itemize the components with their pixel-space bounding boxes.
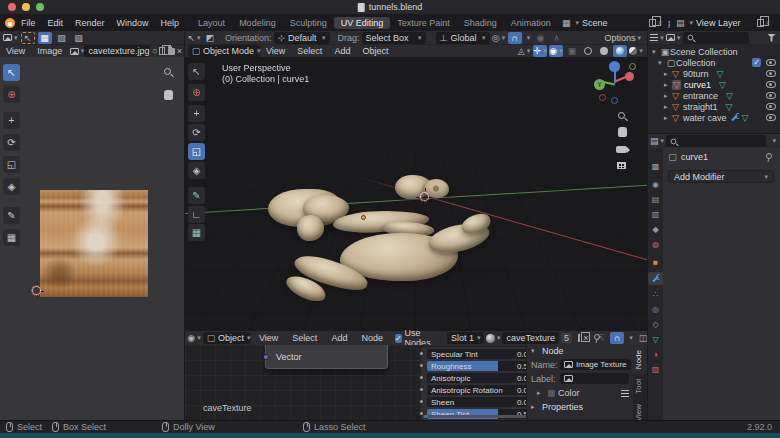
shader-canvas[interactable]: Vector Specular Tint0.0 Roughness0.5 Ani…: [185, 345, 647, 420]
node-panel-header[interactable]: ▾Node: [527, 345, 633, 357]
vp-tool-annotate[interactable]: ✎: [188, 187, 205, 204]
object-visibility-icon[interactable]: [766, 114, 776, 121]
uv-tool-select[interactable]: ↖: [3, 64, 20, 81]
navigation-gizmo[interactable]: Y: [593, 61, 637, 105]
viewport-3d-cursor[interactable]: [419, 191, 430, 202]
outliner-row-straight1[interactable]: ▸▽ straight1 ▽: [648, 101, 780, 112]
properties-tab-output[interactable]: ▤: [648, 193, 663, 206]
shader-type-dropdown[interactable]: ▢Object▾: [203, 332, 251, 344]
node-image-texture-body[interactable]: Vector: [265, 345, 388, 369]
viewport-menu-view[interactable]: View: [260, 46, 291, 56]
uv-tool-scale[interactable]: ◱: [3, 156, 20, 173]
vp-tool-measure[interactable]: ∟: [188, 206, 205, 223]
uv-canvas[interactable]: ↖ ⊕ + ⟳ ◱ ◈ ✎ ▦: [0, 57, 184, 420]
menu-edit[interactable]: Edit: [42, 18, 70, 28]
collection-checkbox[interactable]: ✓: [752, 58, 761, 67]
slot-dropdown[interactable]: Slot 1▾: [447, 332, 485, 344]
uv-tool-transform[interactable]: ◈: [3, 178, 20, 195]
add-modifier-button[interactable]: Add Modifier ▾: [668, 170, 774, 183]
uv-tool-annotate[interactable]: ✎: [3, 207, 20, 224]
node-principled-bsdf[interactable]: Specular Tint0.0 Roughness0.5 Anisotropi…: [420, 346, 537, 420]
properties-tab-scene[interactable]: ◆: [648, 223, 663, 236]
bsdf-anisotropic-slider[interactable]: Anisotropic0.0: [427, 373, 532, 383]
fake-user-icon[interactable]: ○: [150, 45, 159, 57]
transform-orientation-dropdown[interactable]: ⊥Global▾: [436, 32, 490, 44]
material-name-field[interactable]: caveTexture: [502, 332, 559, 344]
object-visibility-icon[interactable]: [766, 81, 776, 88]
sidebar-tab-tool[interactable]: Tool: [633, 374, 647, 399]
outliner-row-entrance[interactable]: ▸▽ entrance ▽: [648, 90, 780, 101]
unlink-image-icon[interactable]: ×: [175, 45, 184, 57]
properties-tab-object[interactable]: ■: [648, 256, 663, 269]
gizmos-icon[interactable]: ✛▾: [533, 45, 547, 57]
drag-dropdown[interactable]: Select Box▾: [362, 32, 426, 44]
vp-tool-add-cube[interactable]: ▦: [188, 224, 205, 241]
proportional-falloff-icon[interactable]: ∧: [550, 32, 564, 44]
properties-tab-material[interactable]: ◑: [648, 348, 663, 361]
uv-pivot-icon[interactable]: ▦: [38, 32, 52, 44]
shading-rendered-icon[interactable]: ▾: [629, 45, 643, 57]
outliner-filter-type-icon[interactable]: ▾: [666, 32, 681, 44]
menu-help[interactable]: Help: [155, 18, 186, 28]
blender-icon[interactable]: [5, 18, 15, 28]
shading-wireframe-icon[interactable]: [581, 45, 595, 57]
color-presets-icon[interactable]: [621, 390, 629, 397]
texture-image[interactable]: [40, 190, 148, 297]
overlays-icon[interactable]: ◉▾: [549, 45, 563, 57]
vp-tool-transform[interactable]: ◈: [188, 162, 205, 179]
viewport-menu-object[interactable]: Object: [356, 46, 394, 56]
bsdf-specular-tint-slider[interactable]: Specular Tint0.0: [427, 349, 532, 359]
uv-tool-rotate[interactable]: ⟳: [3, 134, 20, 151]
object-visibility-icon[interactable]: [766, 103, 776, 110]
image-name-field[interactable]: cavetexture.jpg: [84, 45, 150, 57]
object-visibility-icon[interactable]: [766, 70, 776, 77]
scene-selector[interactable]: ▦▾ Scene ×: [558, 17, 668, 29]
outliner-filter-icon[interactable]: [767, 34, 776, 42]
shader-menu-add[interactable]: Add: [325, 333, 353, 343]
vp-pan-icon[interactable]: [618, 127, 627, 139]
vp-tool-cursor[interactable]: ⊕: [188, 84, 205, 101]
uv-pan-icon[interactable]: [164, 90, 173, 102]
outliner-row-collection[interactable]: ▾▢ Collection ✓: [648, 57, 780, 68]
proportional-edit-icon[interactable]: ◉: [534, 32, 548, 44]
properties-tab-modifiers[interactable]: [648, 272, 663, 285]
editor-type-image-icon[interactable]: ▾: [3, 32, 18, 44]
properties-search-options-icon[interactable]: ▾: [772, 137, 776, 145]
tool-settings-icon[interactable]: ↖▾: [187, 32, 201, 44]
tab-layout[interactable]: Layout: [191, 17, 232, 29]
tab-modeling[interactable]: Modeling: [232, 17, 283, 29]
snap-magnet-icon[interactable]: ∩: [508, 32, 522, 44]
collection-visibility-icon[interactable]: [766, 59, 776, 66]
tool-fallback-icon[interactable]: ◩: [203, 32, 217, 44]
shader-snap-magnet-icon[interactable]: ∩: [610, 332, 624, 344]
bsdf-sheen-slider[interactable]: Sheen0.0: [427, 397, 532, 407]
new-scene-icon[interactable]: [649, 19, 656, 27]
vp-tool-move[interactable]: +: [188, 105, 205, 122]
pin-id-icon[interactable]: [764, 153, 773, 162]
vp-camera-view-icon[interactable]: [616, 145, 627, 155]
outliner-row-90turn[interactable]: ▸▽ 90turn ▽: [648, 68, 780, 79]
options-dropdown[interactable]: Options▾: [604, 33, 641, 43]
outliner-row-scene-collection[interactable]: ▾▣ Scene Collection: [648, 46, 780, 57]
browse-material-icon[interactable]: ▾: [486, 332, 500, 344]
uv-snap-icon[interactable]: ▨: [72, 32, 86, 44]
color-section-header[interactable]: ▸Color: [527, 385, 633, 398]
object-visibility-icon[interactable]: ◬▾: [517, 45, 531, 57]
new-view-layer-icon[interactable]: [757, 19, 764, 27]
vp-tool-scale[interactable]: ◱: [188, 143, 205, 160]
uv-zoom-icon[interactable]: [164, 67, 171, 77]
tab-texture-paint[interactable]: Texture Paint: [390, 17, 457, 29]
outliner-display-mode-icon[interactable]: ▾: [650, 32, 664, 44]
zoom-window-button[interactable]: [36, 3, 44, 11]
tab-uv-editing[interactable]: UV Editing: [334, 17, 391, 29]
vp-perspective-toggle-icon[interactable]: [617, 161, 626, 171]
active-tool-cursor-icon[interactable]: ↖: [21, 32, 35, 44]
vp-zoom-icon[interactable]: [618, 111, 625, 121]
object-visibility-icon[interactable]: [766, 92, 776, 99]
uv-menu-image[interactable]: Image: [31, 46, 68, 56]
uv-tool-cursor[interactable]: ⊕: [3, 86, 20, 103]
bsdf-roughness-slider[interactable]: Roughness0.5: [427, 361, 532, 371]
material-users-count[interactable]: 5: [561, 333, 572, 343]
uv-tool-move[interactable]: +: [3, 112, 20, 129]
shader-hscrollbar[interactable]: [423, 415, 530, 418]
